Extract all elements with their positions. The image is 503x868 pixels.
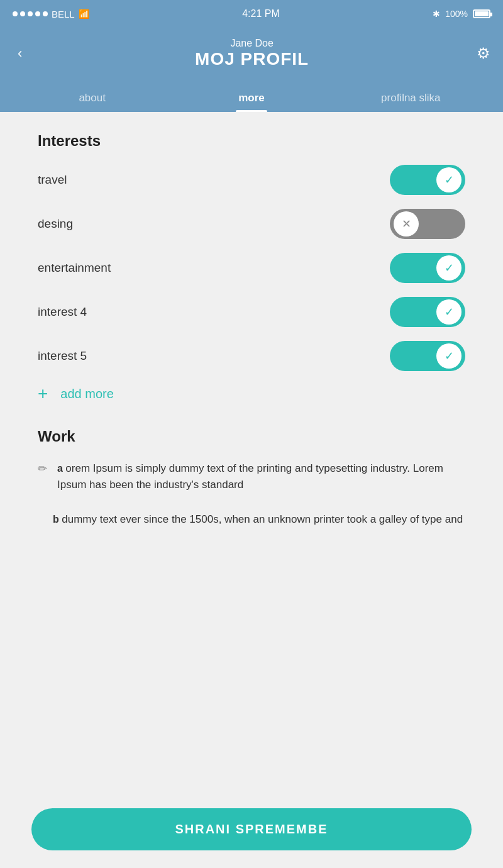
work-content: a orem Ipsum is simply dummy text of the… bbox=[57, 460, 465, 494]
status-right: ✱ 100% bbox=[433, 9, 490, 19]
work-edit-icon[interactable]: ✏ bbox=[38, 462, 47, 476]
work-list: ✏a orem Ipsum is simply dummy text of th… bbox=[38, 460, 465, 528]
work-row: ✏a orem Ipsum is simply dummy text of th… bbox=[38, 460, 465, 494]
work-content: b dummy text ever since the 1500s, when … bbox=[38, 511, 465, 528]
tab-more[interactable]: more bbox=[172, 83, 331, 112]
toggle-knob: ✓ bbox=[436, 255, 462, 281]
interest-toggle-2[interactable]: ✓ bbox=[390, 253, 465, 283]
back-button[interactable]: ‹ bbox=[13, 43, 27, 64]
work-section: Work ✏a orem Ipsum is simply dummy text … bbox=[38, 428, 465, 528]
interests-list: travel✓desing✕entertainment✓interest 4✓i… bbox=[38, 165, 465, 371]
interest-label: interest 4 bbox=[38, 305, 87, 319]
x-icon: ✕ bbox=[402, 217, 411, 231]
toggle-knob: ✓ bbox=[436, 343, 462, 369]
interest-row: entertainment✓ bbox=[38, 253, 465, 283]
toggle-knob: ✕ bbox=[394, 211, 419, 236]
check-icon: ✓ bbox=[445, 173, 454, 187]
status-bar: BELL 📶 4:21 PM ✱ 100% bbox=[0, 0, 503, 28]
work-text: dummy text ever since the 1500s, when an… bbox=[62, 513, 463, 525]
carrier-label: BELL bbox=[52, 9, 75, 19]
work-key: b bbox=[53, 514, 62, 525]
interest-row: travel✓ bbox=[38, 165, 465, 195]
interest-toggle-0[interactable]: ✓ bbox=[390, 165, 465, 195]
work-key: a bbox=[57, 463, 65, 474]
header: ‹ Jane Doe MOJ PROFIL ⚙ about more profi… bbox=[0, 28, 503, 112]
tab-profilna-slika[interactable]: profilna slika bbox=[331, 83, 490, 112]
settings-button[interactable]: ⚙ bbox=[477, 45, 490, 62]
tab-about[interactable]: about bbox=[13, 83, 172, 112]
check-icon: ✓ bbox=[445, 349, 454, 363]
interest-toggle-4[interactable]: ✓ bbox=[390, 341, 465, 371]
bluetooth-icon: ✱ bbox=[433, 9, 440, 19]
check-icon: ✓ bbox=[445, 261, 454, 275]
interest-row: interest 4✓ bbox=[38, 297, 465, 327]
interest-label: travel bbox=[38, 173, 67, 187]
battery-icon bbox=[473, 9, 490, 18]
work-paragraph: b dummy text ever since the 1500s, when … bbox=[53, 511, 465, 528]
add-more-plus-icon: + bbox=[38, 385, 48, 403]
interest-row: desing✕ bbox=[38, 209, 465, 239]
interest-label: entertainment bbox=[38, 261, 111, 275]
save-button[interactable]: SHRANI SPREMEMBE bbox=[31, 808, 472, 850]
work-text: orem Ipsum is simply dummy text of the p… bbox=[57, 462, 443, 491]
check-icon: ✓ bbox=[445, 305, 454, 319]
header-username: Jane Doe bbox=[195, 38, 309, 49]
interest-label: desing bbox=[38, 217, 73, 231]
status-time: 4:21 PM bbox=[242, 8, 280, 19]
interest-toggle-3[interactable]: ✓ bbox=[390, 297, 465, 327]
header-title-group: Jane Doe MOJ PROFIL bbox=[195, 38, 309, 69]
header-title: MOJ PROFIL bbox=[195, 49, 309, 69]
toggle-knob: ✓ bbox=[436, 167, 462, 192]
save-btn-container: SHRANI SPREMEMBE bbox=[0, 798, 503, 868]
add-more-row[interactable]: + add more bbox=[38, 385, 465, 403]
toggle-knob: ✓ bbox=[436, 299, 462, 325]
interest-label: interest 5 bbox=[38, 349, 87, 363]
interests-section-title: Interests bbox=[38, 132, 465, 150]
add-more-label: add more bbox=[60, 387, 114, 401]
interest-toggle-1[interactable]: ✕ bbox=[390, 209, 465, 239]
signal-dots bbox=[13, 11, 48, 16]
main-content: Interests travel✓desing✕entertainment✓in… bbox=[0, 112, 503, 741]
tabs-bar: about more profilna slika bbox=[13, 83, 490, 112]
work-paragraph: a orem Ipsum is simply dummy text of the… bbox=[57, 460, 465, 494]
work-section-title: Work bbox=[38, 428, 465, 445]
battery-percentage: 100% bbox=[445, 9, 468, 19]
work-row: b dummy text ever since the 1500s, when … bbox=[38, 511, 465, 528]
header-top: ‹ Jane Doe MOJ PROFIL ⚙ bbox=[13, 38, 490, 69]
status-left: BELL 📶 bbox=[13, 9, 89, 19]
wifi-icon: 📶 bbox=[79, 9, 89, 19]
interest-row: interest 5✓ bbox=[38, 341, 465, 371]
